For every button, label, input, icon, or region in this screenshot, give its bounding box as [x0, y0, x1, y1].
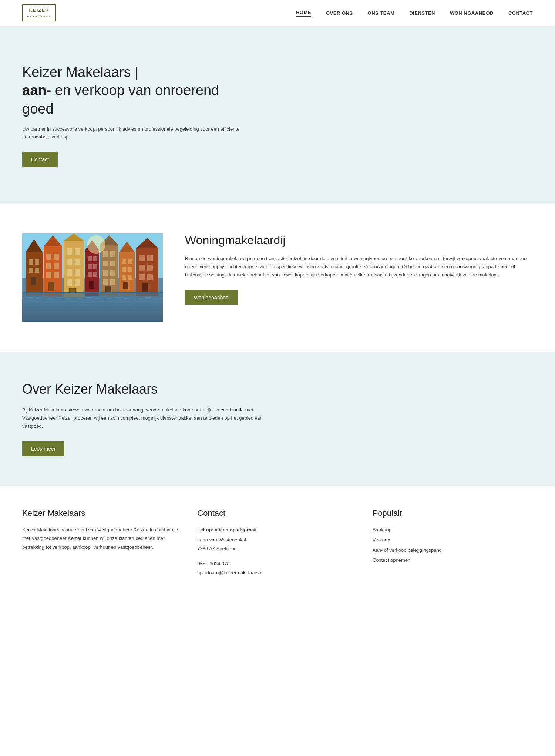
footer-link-contact[interactable]: Contact opnemen — [373, 556, 533, 564]
footer-col2-heading: Contact — [197, 508, 357, 518]
svg-rect-42 — [110, 251, 115, 257]
svg-rect-23 — [67, 259, 72, 265]
svg-rect-3 — [26, 252, 43, 293]
woningmakelaardij-title: Woningmakelaardij — [185, 233, 533, 247]
svg-rect-13 — [54, 254, 59, 260]
svg-rect-45 — [103, 270, 108, 276]
svg-rect-49 — [105, 286, 111, 293]
svg-rect-56 — [122, 275, 126, 280]
woningaanbod-button[interactable]: Woningaanbod — [185, 290, 238, 305]
svg-rect-5 — [29, 259, 33, 265]
nav-diensten[interactable]: DIENSTEN — [409, 10, 435, 16]
svg-rect-47 — [103, 279, 108, 285]
footer-address-line1: Laan van Westenenk 4 — [197, 535, 357, 544]
svg-rect-34 — [88, 264, 92, 269]
svg-rect-28 — [75, 279, 80, 286]
svg-rect-64 — [147, 265, 153, 271]
footer: Keizer Makelaars Keizer Makelaars is ond… — [0, 486, 555, 592]
header: KEIZER MAKELAARS HOME OVER ONS ONS TEAM … — [0, 0, 555, 26]
nav-woningaanbod[interactable]: WONINGAANBOD — [450, 10, 494, 16]
hero-description: Uw partner in succesvolle verkoop: perso… — [22, 125, 244, 141]
svg-rect-12 — [46, 254, 51, 260]
svg-rect-57 — [128, 275, 132, 280]
svg-rect-36 — [88, 272, 92, 277]
svg-rect-61 — [139, 255, 145, 261]
svg-rect-29 — [69, 288, 76, 293]
svg-rect-9 — [31, 277, 36, 285]
svg-rect-58 — [123, 282, 128, 289]
svg-rect-72 — [85, 293, 99, 296]
svg-rect-7 — [29, 268, 33, 273]
logo: KEIZER MAKELAARS — [22, 4, 56, 21]
footer-col-contact: Contact Let op: alleen op afspraak Laan … — [197, 508, 357, 577]
canal-houses-image — [22, 233, 163, 322]
svg-rect-75 — [136, 293, 158, 296]
svg-rect-39 — [100, 245, 118, 293]
svg-rect-43 — [103, 261, 108, 266]
footer-link-beleggingspand[interactable]: Aan- of verkoop beleggingspand — [373, 546, 533, 554]
svg-rect-27 — [67, 279, 72, 286]
svg-rect-53 — [128, 259, 132, 264]
svg-rect-37 — [93, 272, 97, 277]
over-keizer-section: Over Keizer Makelaars Bij Keizer Makelaa… — [0, 352, 555, 486]
svg-rect-74 — [119, 293, 135, 296]
svg-rect-2 — [22, 293, 163, 322]
footer-link-verkoop[interactable]: Verkoop — [373, 535, 533, 544]
svg-rect-63 — [139, 265, 145, 271]
nav-ons-team[interactable]: ONS TEAM — [368, 10, 395, 16]
footer-col1-text: Keizer Makelaars is onderdeel van Vastgo… — [22, 525, 182, 551]
svg-rect-24 — [75, 259, 80, 265]
svg-rect-6 — [35, 259, 39, 265]
main-nav: HOME OVER ONS ONS TEAM DIENSTEN WONINGAA… — [296, 10, 533, 17]
hero-title: Keizer Makelaars | aan- en verkoop van o… — [22, 63, 244, 118]
svg-rect-44 — [110, 261, 115, 266]
woningmakelaardij-section: Woningmakelaardij Binnen de woningmakela… — [0, 204, 555, 352]
svg-rect-22 — [75, 248, 80, 255]
svg-rect-73 — [100, 293, 118, 296]
nav-over-ons[interactable]: OVER ONS — [326, 10, 353, 16]
svg-rect-21 — [67, 248, 72, 255]
footer-col-keizer-makelaars: Keizer Makelaars Keizer Makelaars is ond… — [22, 508, 182, 577]
svg-rect-69 — [26, 293, 43, 296]
footer-col1-heading: Keizer Makelaars — [22, 508, 182, 518]
footer-phone: 055 - 3034 978 — [197, 560, 357, 568]
svg-rect-14 — [46, 263, 51, 269]
svg-rect-52 — [122, 259, 126, 264]
woningmakelaardij-text: Woningmakelaardij Binnen de woningmakela… — [185, 233, 533, 305]
footer-email[interactable]: apeldoorn@keizermakelaars.nl — [197, 568, 357, 577]
svg-rect-48 — [110, 279, 115, 285]
svg-rect-62 — [147, 255, 153, 261]
svg-rect-17 — [54, 272, 59, 278]
svg-rect-65 — [139, 274, 145, 280]
svg-rect-16 — [46, 272, 51, 278]
svg-rect-71 — [64, 293, 84, 297]
footer-col3-heading: Populair — [373, 508, 533, 518]
svg-rect-66 — [147, 274, 153, 280]
lees-meer-button[interactable]: Lees meer — [22, 441, 64, 456]
svg-rect-15 — [54, 263, 59, 269]
svg-rect-32 — [88, 256, 92, 261]
over-keizer-body: Bij Keizer Makelaars streven we ernaar o… — [22, 406, 281, 430]
svg-rect-70 — [44, 293, 62, 296]
svg-rect-26 — [75, 269, 80, 276]
footer-contact-note: Let op: alleen op afspraak — [197, 525, 357, 534]
footer-address-line2: 7336 AZ Apeldoorn — [197, 544, 357, 553]
svg-rect-55 — [128, 267, 132, 272]
footer-link-aankoop[interactable]: Aankoop — [373, 525, 533, 534]
hero-section: Keizer Makelaars | aan- en verkoop van o… — [0, 26, 555, 204]
woningmakelaardij-body: Binnen de woningmakelaardij is geen tran… — [185, 255, 533, 279]
svg-rect-25 — [67, 269, 72, 276]
svg-rect-38 — [89, 281, 94, 289]
svg-rect-35 — [93, 264, 97, 269]
over-keizer-title: Over Keizer Makelaars — [22, 382, 533, 397]
svg-rect-8 — [35, 268, 39, 273]
nav-contact[interactable]: CONTACT — [508, 10, 533, 16]
hero-cta-button[interactable]: Contact — [22, 152, 58, 167]
svg-rect-18 — [48, 282, 54, 291]
svg-rect-46 — [110, 270, 115, 276]
svg-rect-41 — [103, 251, 108, 257]
nav-home[interactable]: HOME — [296, 10, 311, 17]
svg-point-68 — [87, 235, 105, 254]
svg-rect-67 — [142, 283, 148, 293]
footer-col-populair: Populair Aankoop Verkoop Aan- of verkoop… — [373, 508, 533, 577]
